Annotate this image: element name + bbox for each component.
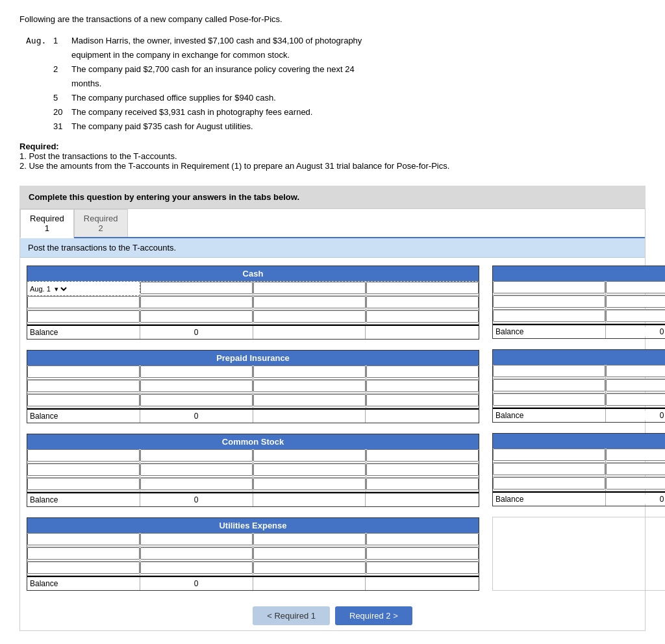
- cash-aug1-debit[interactable]: [140, 282, 253, 294]
- cs-r3-c3[interactable]: [253, 478, 366, 490]
- pe-r3-c2[interactable]: [606, 393, 665, 406]
- pi-balance-value[interactable]: [143, 412, 250, 421]
- os-r3-c1[interactable]: [493, 310, 605, 322]
- pe-r2-c1[interactable]: [493, 379, 605, 391]
- cs-r3-c1[interactable]: [27, 478, 140, 490]
- ue-r2-c1[interactable]: [27, 547, 140, 560]
- right-column: Office Supplies: [492, 266, 665, 591]
- pi-r1-c3[interactable]: [253, 365, 366, 378]
- prev-button[interactable]: < Required 1: [253, 606, 330, 625]
- left-column: Cash Aug. 1 ▾: [27, 266, 479, 591]
- ue-r1-c4[interactable]: [366, 533, 479, 545]
- cash-account: Cash Aug. 1 ▾: [27, 266, 479, 340]
- pi-r2-c2[interactable]: [140, 380, 253, 392]
- cs-r2-c2[interactable]: [140, 464, 253, 476]
- os-r3-c2[interactable]: [606, 310, 665, 322]
- os-r1-c2[interactable]: [606, 281, 665, 293]
- cs-r2-c4[interactable]: [366, 464, 479, 476]
- pi-r2-c4[interactable]: [366, 380, 479, 392]
- photography-equipment-header: Photography Equipment: [493, 350, 665, 365]
- pi-r3-c1[interactable]: [27, 394, 140, 406]
- pfe-r3-c1[interactable]: [493, 477, 605, 489]
- pe-r2-c2[interactable]: [606, 379, 665, 391]
- req1-text: 1. Post the transactions to the T-accoun…: [19, 151, 646, 161]
- cash-r3-c4[interactable]: [366, 310, 479, 323]
- cash-r3-c3[interactable]: [253, 310, 366, 323]
- aug1-label[interactable]: Aug. 1 ▾: [27, 282, 140, 296]
- cash-r2-c3[interactable]: [253, 296, 366, 308]
- photography-equipment-account: Photography Equipment: [492, 349, 665, 423]
- cash-r2-c2[interactable]: [140, 296, 253, 308]
- trans-day-5: 5: [53, 91, 71, 105]
- ue-r3-c2[interactable]: [140, 562, 253, 574]
- cash-balance-value[interactable]: [143, 328, 250, 337]
- pe-r3-c1[interactable]: [493, 393, 605, 406]
- cash-r2-c1[interactable]: [27, 296, 140, 308]
- complete-box: Complete this question by entering your …: [19, 186, 646, 208]
- ue-r2-c3[interactable]: [253, 547, 366, 560]
- pi-balance-label: Balance: [27, 410, 140, 423]
- cs-r1-c3[interactable]: [253, 449, 366, 462]
- tab-required-1[interactable]: Required 1: [20, 209, 74, 238]
- pfe-r2-c1[interactable]: [493, 463, 605, 475]
- cs-r2-c3[interactable]: [253, 464, 366, 476]
- bottom-nav: < Required 1 Required 2 >: [20, 599, 645, 630]
- pfe-r1-c1[interactable]: [493, 449, 605, 461]
- common-stock-account: Common Stock: [27, 434, 479, 507]
- ue-r1-c1[interactable]: [27, 533, 140, 545]
- trans-day-2: 2: [53, 62, 71, 77]
- ue-r3-c4[interactable]: [366, 562, 479, 574]
- cs-balance-value[interactable]: [143, 495, 250, 504]
- pfe-balance-value[interactable]: [609, 495, 665, 504]
- pi-r3-c4[interactable]: [366, 394, 479, 406]
- pi-r1-c2[interactable]: [140, 365, 253, 378]
- pi-r2-c1[interactable]: [27, 380, 140, 392]
- pfe-r3-c2[interactable]: [606, 477, 665, 489]
- ue-r2-c2[interactable]: [140, 547, 253, 560]
- pe-r1-c2[interactable]: [606, 365, 665, 377]
- ue-r2-c4[interactable]: [366, 547, 479, 560]
- cash-r2-c4[interactable]: [366, 296, 479, 308]
- cs-r3-c4[interactable]: [366, 478, 479, 490]
- cash-r3-c1[interactable]: [27, 310, 140, 323]
- os-r2-c2[interactable]: [606, 295, 665, 308]
- pi-r1-c4[interactable]: [366, 365, 479, 378]
- ue-balance-value[interactable]: [143, 579, 250, 588]
- cash-aug1-credit[interactable]: [253, 282, 366, 294]
- ue-r3-c3[interactable]: [253, 562, 366, 574]
- trans-text-5: The company purchased office supplies fo…: [71, 91, 362, 105]
- ue-r3-c1[interactable]: [27, 562, 140, 574]
- cs-r3-c2[interactable]: [140, 478, 253, 490]
- pe-balance-label: Balance: [493, 409, 606, 422]
- os-r2-c1[interactable]: [493, 295, 605, 308]
- ue-r1-c3[interactable]: [253, 533, 366, 545]
- pi-r2-c3[interactable]: [253, 380, 366, 392]
- pe-balance-value[interactable]: [609, 411, 665, 420]
- cs-r2-c1[interactable]: [27, 464, 140, 476]
- pfe-r1-c2[interactable]: [606, 449, 665, 461]
- pe-r1-c1[interactable]: [493, 365, 605, 377]
- cs-r1-c4[interactable]: [366, 449, 479, 462]
- aug-label: Aug.: [26, 34, 47, 134]
- trans-text-2: The company paid $2,700 cash for an insu…: [71, 62, 362, 77]
- pfe-r2-c2[interactable]: [606, 463, 665, 475]
- aug1-dropdown[interactable]: ▾: [52, 284, 69, 293]
- next-button[interactable]: Required 2 >: [335, 606, 412, 625]
- pi-r1-c1[interactable]: [27, 365, 140, 378]
- trans-text-2b: months.: [71, 77, 362, 91]
- cash-r3-c2[interactable]: [140, 310, 253, 323]
- pi-r3-c3[interactable]: [253, 394, 366, 406]
- ue-r1-c2[interactable]: [140, 533, 253, 545]
- photography-fees-earned-header: Photography Fees Earned: [493, 434, 665, 449]
- utilities-expense-header: Utilities Expense: [27, 518, 479, 533]
- os-balance-value[interactable]: [609, 327, 665, 336]
- os-r1-c1[interactable]: [493, 281, 605, 293]
- tab-required-2[interactable]: Required 2: [74, 209, 128, 237]
- tabs-row: Required 1 Required 2: [20, 209, 645, 238]
- cs-r1-c2[interactable]: [140, 449, 253, 462]
- os-balance-label: Balance: [493, 325, 606, 338]
- trans-text-1: Madison Harris, the owner, invested $7,1…: [71, 34, 362, 48]
- cs-r1-c1[interactable]: [27, 449, 140, 462]
- cash-aug1-extra[interactable]: [366, 282, 479, 294]
- pi-r3-c2[interactable]: [140, 394, 253, 406]
